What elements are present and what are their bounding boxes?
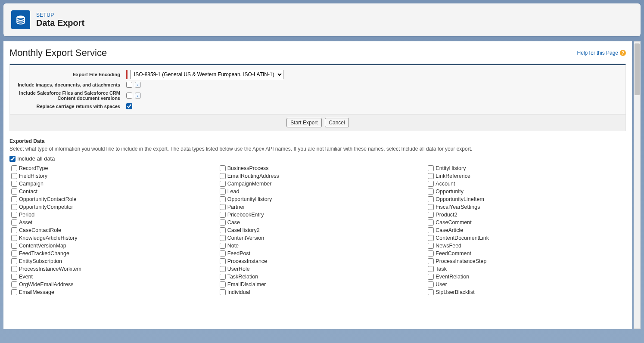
include-files-checkbox[interactable] (126, 93, 132, 99)
exported-data-description: Select what type of information you woul… (9, 146, 626, 152)
data-type-checkbox[interactable] (11, 181, 17, 187)
data-type-item: UserRole (218, 265, 418, 273)
data-type-checkbox[interactable] (11, 212, 17, 218)
data-type-label: ContentVersion (227, 235, 264, 241)
data-type-label: ProcessInstanceStep (436, 258, 486, 264)
data-type-checkbox[interactable] (11, 227, 17, 233)
data-type-checkbox[interactable] (428, 173, 434, 179)
start-export-button[interactable]: Start Export (286, 118, 321, 127)
data-type-label: BusinessProcess (227, 165, 269, 171)
data-type-item: OpportunityHistory (218, 195, 418, 203)
data-type-item: Event (9, 273, 209, 281)
data-export-icon (11, 10, 30, 29)
data-type-checkbox[interactable] (11, 274, 17, 280)
data-type-checkbox[interactable] (220, 266, 226, 272)
data-type-checkbox[interactable] (220, 173, 226, 179)
data-type-checkbox[interactable] (11, 266, 17, 272)
data-type-checkbox[interactable] (428, 289, 434, 295)
data-type-item: Account (426, 180, 626, 188)
data-type-item: RecordType (9, 164, 209, 172)
data-type-checkbox[interactable] (220, 281, 226, 287)
data-type-checkbox[interactable] (11, 188, 17, 195)
data-type-checkbox[interactable] (428, 212, 434, 218)
data-type-checkbox[interactable] (220, 212, 226, 218)
data-type-item: ProcessInstanceStep (426, 257, 626, 265)
data-type-item: EventRelation (426, 273, 626, 281)
data-type-item: Period (9, 211, 209, 219)
data-type-checkbox[interactable] (428, 181, 434, 187)
data-type-checkbox[interactable] (428, 281, 434, 287)
include-all-checkbox[interactable] (9, 156, 16, 162)
data-type-checkbox[interactable] (220, 204, 226, 210)
data-types-grid: RecordTypeBusinessProcessEntityHistoryFi… (9, 164, 626, 296)
data-type-label: Account (436, 181, 455, 187)
data-type-checkbox[interactable] (11, 196, 17, 202)
vertical-scrollbar[interactable] (634, 41, 641, 329)
data-type-item: Asset (9, 219, 209, 226)
data-type-checkbox[interactable] (11, 173, 17, 179)
data-type-label: EntityHistory (436, 165, 466, 171)
data-type-item: Note (218, 242, 418, 250)
data-type-label: ContentDocumentLink (436, 235, 489, 241)
data-type-checkbox[interactable] (428, 204, 434, 210)
data-type-item: EntityHistory (426, 164, 626, 172)
replace-cr-checkbox[interactable] (126, 103, 132, 109)
data-type-label: UserRole (227, 266, 250, 272)
data-type-checkbox[interactable] (220, 289, 226, 295)
include-attachments-checkbox[interactable] (126, 82, 132, 88)
info-icon[interactable]: i (135, 82, 141, 88)
data-type-checkbox[interactable] (428, 196, 434, 202)
data-type-checkbox[interactable] (428, 188, 434, 195)
data-type-checkbox[interactable] (428, 219, 434, 226)
data-type-checkbox[interactable] (220, 250, 226, 256)
data-type-item: FiscalYearSettings (426, 203, 626, 211)
data-type-label: OpportunityLineItem (436, 196, 484, 202)
data-type-label: OpportunityCompetitor (19, 204, 73, 210)
data-type-label: LinkReference (436, 173, 470, 179)
data-type-checkbox[interactable] (428, 274, 434, 280)
data-type-checkbox[interactable] (11, 258, 17, 264)
encoding-select[interactable]: ISO-8859-1 (General US & Western Europea… (130, 70, 283, 79)
data-type-checkbox[interactable] (428, 266, 434, 272)
info-icon[interactable]: i (135, 93, 141, 99)
data-type-checkbox[interactable] (220, 181, 226, 187)
data-type-checkbox[interactable] (11, 250, 17, 256)
help-link[interactable]: Help for this Page ? (577, 50, 626, 56)
data-type-label: EmailDisclaimer (227, 281, 266, 287)
data-type-checkbox[interactable] (11, 165, 17, 171)
data-type-checkbox[interactable] (11, 289, 17, 295)
data-type-checkbox[interactable] (11, 243, 17, 249)
data-type-checkbox[interactable] (428, 258, 434, 264)
header-card: SETUP Data Export (3, 3, 641, 36)
data-type-checkbox[interactable] (220, 165, 226, 171)
data-type-item: CaseContactRole (9, 226, 209, 234)
data-type-item: OpportunityLineItem (426, 195, 626, 203)
data-type-checkbox[interactable] (11, 204, 17, 210)
data-type-label: EmailRoutingAddress (227, 173, 279, 179)
data-type-checkbox[interactable] (11, 219, 17, 226)
data-type-label: CaseArticle (436, 227, 463, 233)
data-type-checkbox[interactable] (11, 235, 17, 241)
data-type-item: User (426, 281, 626, 288)
data-type-checkbox[interactable] (220, 243, 226, 249)
data-type-item: LinkReference (426, 172, 626, 180)
data-type-item: TaskRelation (218, 273, 418, 281)
data-type-label: TaskRelation (227, 274, 258, 280)
data-type-checkbox[interactable] (220, 235, 226, 241)
data-type-label: Task (436, 266, 447, 272)
data-type-checkbox[interactable] (428, 250, 434, 256)
data-type-checkbox[interactable] (428, 243, 434, 249)
data-type-item: BusinessProcess (218, 164, 418, 172)
data-type-checkbox[interactable] (220, 274, 226, 280)
data-type-checkbox[interactable] (220, 227, 226, 233)
cancel-button[interactable]: Cancel (325, 118, 348, 127)
data-type-checkbox[interactable] (11, 281, 17, 287)
data-type-checkbox[interactable] (428, 165, 434, 171)
data-type-checkbox[interactable] (220, 188, 226, 195)
data-type-checkbox[interactable] (220, 196, 226, 202)
data-type-checkbox[interactable] (220, 219, 226, 226)
data-type-checkbox[interactable] (428, 235, 434, 241)
data-type-checkbox[interactable] (220, 258, 226, 264)
scrollbar-thumb[interactable] (635, 43, 640, 95)
data-type-checkbox[interactable] (428, 227, 434, 233)
